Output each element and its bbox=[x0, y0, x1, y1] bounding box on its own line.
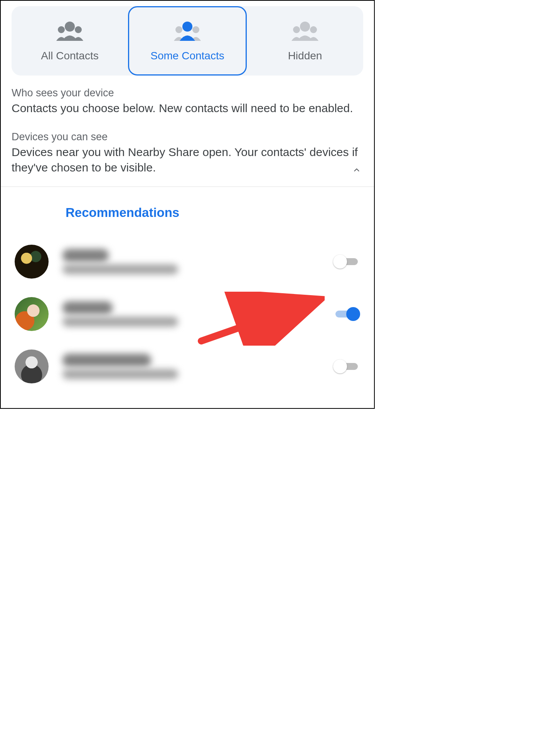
avatar bbox=[15, 245, 49, 279]
svg-point-0 bbox=[58, 26, 65, 33]
group-dim-icon bbox=[286, 20, 324, 43]
settings-panel: All Contacts Some Contacts bbox=[0, 0, 375, 409]
tab-some-contacts[interactable]: Some Contacts bbox=[128, 6, 247, 76]
svg-point-4 bbox=[192, 26, 199, 33]
devices-you-see-title: Devices you can see bbox=[12, 131, 363, 143]
recommendations-heading: Recommendations bbox=[1, 187, 374, 235]
tab-all-contacts[interactable]: All Contacts bbox=[12, 6, 128, 76]
svg-point-3 bbox=[175, 26, 182, 33]
svg-point-7 bbox=[310, 26, 317, 33]
tab-hidden-label: Hidden bbox=[288, 50, 322, 62]
contact-toggle[interactable] bbox=[333, 254, 360, 269]
svg-point-1 bbox=[75, 26, 82, 33]
svg-point-8 bbox=[300, 22, 310, 32]
svg-point-6 bbox=[293, 26, 300, 33]
avatar bbox=[15, 349, 49, 383]
who-sees-title: Who sees your device bbox=[12, 87, 363, 99]
contact-text bbox=[62, 301, 319, 327]
contact-text bbox=[62, 249, 319, 274]
contact-sub-redacted bbox=[62, 317, 178, 327]
contact-sub-redacted bbox=[62, 264, 178, 274]
contact-row bbox=[1, 288, 374, 340]
visibility-tabs-container: All Contacts Some Contacts bbox=[1, 1, 374, 76]
tab-all-contacts-label: All Contacts bbox=[41, 50, 98, 62]
who-sees-body: Contacts you choose below. New contacts … bbox=[12, 101, 363, 116]
visibility-tabs: All Contacts Some Contacts bbox=[12, 6, 363, 76]
devices-you-see-body: Devices near you with Nearby Share open.… bbox=[12, 144, 363, 176]
contact-name-redacted bbox=[62, 249, 109, 262]
svg-point-5 bbox=[182, 22, 192, 32]
tab-some-contacts-label: Some Contacts bbox=[150, 50, 224, 62]
devices-you-see-block: Devices you can see Devices near you wit… bbox=[1, 124, 374, 183]
group-partial-icon bbox=[168, 20, 207, 43]
who-sees-block: Who sees your device Contacts you choose… bbox=[1, 76, 374, 124]
contact-row bbox=[1, 235, 374, 288]
chevron-up-icon[interactable] bbox=[352, 166, 361, 174]
contact-text bbox=[62, 354, 319, 379]
contact-name-redacted bbox=[62, 301, 113, 314]
avatar bbox=[15, 297, 49, 331]
contact-sub-redacted bbox=[62, 369, 178, 379]
contact-row bbox=[1, 340, 374, 393]
contact-toggle[interactable] bbox=[333, 306, 360, 322]
svg-point-2 bbox=[65, 22, 75, 32]
contact-name-redacted bbox=[62, 354, 151, 367]
contact-toggle[interactable] bbox=[333, 359, 360, 374]
group-icon bbox=[51, 20, 89, 43]
tab-hidden[interactable]: Hidden bbox=[247, 6, 363, 76]
